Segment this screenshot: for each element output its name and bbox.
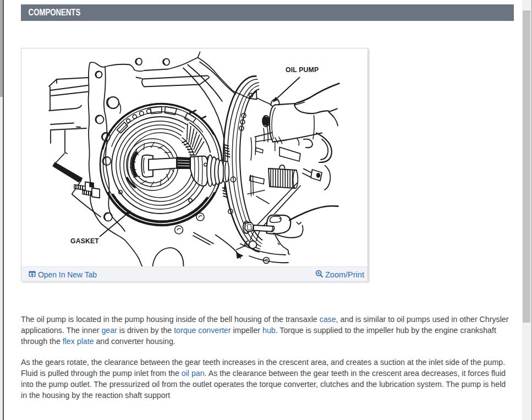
svg-text:GASKET: GASKET [70,237,99,245]
svg-text:OIL PUMP: OIL PUMP [286,66,319,74]
